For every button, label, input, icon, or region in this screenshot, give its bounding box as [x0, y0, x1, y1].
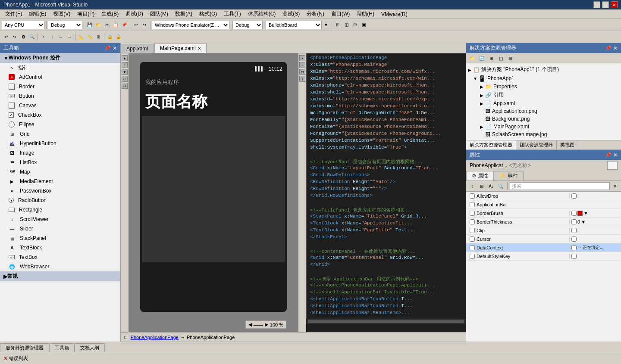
config-select2[interactable]: Debug	[232, 21, 263, 29]
props-tab-events[interactable]: ⚡ 事件	[494, 171, 523, 180]
menu-build[interactable]: 生成(B)	[98, 9, 122, 19]
toolbox-item-button[interactable]: ab Button	[0, 91, 120, 101]
toolbox-item-textbox[interactable]: ab TextBox	[0, 252, 120, 262]
menu-arch[interactable]: 体系结构(C)	[245, 9, 279, 19]
toolbox-item-image[interactable]: 🖼 Image	[0, 148, 120, 158]
tab-mainpage-xaml[interactable]: MainPage.xaml ✕	[154, 44, 207, 53]
toolbar-more1[interactable]: ▼	[322, 21, 330, 29]
toolbar-misc3[interactable]: ⊟	[351, 21, 359, 29]
sol-toolbar-btn1[interactable]: 📁	[468, 54, 477, 62]
toolbox-pin-icon[interactable]: 📌	[104, 45, 111, 51]
toolbox-item-pointer[interactable]: ↖ 指针	[0, 63, 120, 72]
toolbox-item-scrollviewer[interactable]: ↕ ScrollViewer	[0, 215, 120, 224]
borderthickness-dropdown[interactable]: ▼	[581, 219, 586, 224]
sol-toolbar-btn3[interactable]: ⊞	[487, 54, 496, 62]
properties-search-input[interactable]	[510, 182, 610, 190]
redo-button[interactable]: ↪	[140, 21, 149, 29]
props-category-btn[interactable]: ⊞	[477, 182, 486, 190]
prop-row-clip[interactable]: Clip	[466, 226, 621, 235]
properties-node[interactable]: ▶ 📁 Properties	[466, 83, 621, 90]
tab-close-icon[interactable]: ✕	[198, 46, 201, 51]
clip-checkbox[interactable]	[470, 228, 475, 233]
prop-row-applicationbar[interactable]: ApplicationBar	[466, 200, 621, 209]
toolbox-item-listbox[interactable]: ☰ ListBox	[0, 158, 120, 167]
rail-btn-fit[interactable]: ⊡	[122, 83, 128, 89]
toolbar-btn1[interactable]: 💾	[85, 21, 94, 29]
toolbox-item-checkbox[interactable]: ✓ CheckBox	[0, 110, 120, 120]
allowdrop-checkbox[interactable]	[470, 193, 475, 199]
toolbar-misc1[interactable]: ⊞	[333, 21, 342, 29]
toolbar2-btn7[interactable]: ←	[56, 33, 65, 41]
toolbar-misc2[interactable]: ◫	[342, 21, 351, 29]
rail-zoom-in[interactable]: +	[299, 55, 305, 61]
menu-tools[interactable]: 工具(T)	[220, 9, 244, 19]
tab-app-xaml[interactable]: App.xaml	[121, 44, 154, 53]
zoom-out-button[interactable]: ◀	[248, 322, 252, 327]
toolbar2-btn11[interactable]: ⊞	[94, 33, 103, 41]
code-editor[interactable]: <phone:PhoneApplicationPage x:Class="Pho…	[306, 53, 466, 319]
toolbox-category-general[interactable]: ▶ 常规	[0, 271, 120, 281]
menu-edit[interactable]: 编辑(E)	[25, 9, 50, 19]
toolbox-item-textblock[interactable]: A TextBlock	[0, 243, 120, 252]
config-select[interactable]: Debug	[48, 21, 82, 29]
sol-tab-class-view[interactable]: 类视图	[557, 140, 578, 149]
menu-format[interactable]: 格式(O)	[196, 9, 220, 19]
toolbar2-btn6[interactable]: ↓	[48, 33, 56, 41]
toolbar-btn4[interactable]: 📋	[111, 21, 120, 29]
rail-zoom-out[interactable]: -	[299, 62, 305, 68]
borderthickness-checkbox[interactable]	[470, 219, 475, 224]
toolbar-btn3[interactable]: ✂	[103, 21, 111, 29]
borderbrush-checkbox[interactable]	[470, 211, 475, 216]
toolbox-item-grid[interactable]: ⊞ Grid	[0, 129, 120, 139]
toolbar2-btn2[interactable]: ↪	[10, 33, 19, 41]
target-select[interactable]: Windows Phone Emulator(Z ...	[152, 21, 229, 29]
toolbar-btn5[interactable]: 📌	[120, 21, 129, 29]
toolbar2-btn3[interactable]: ⚙	[19, 33, 28, 41]
toolbar2-btn5[interactable]: ↑	[39, 33, 48, 41]
menu-team[interactable]: 团队(M)	[147, 9, 172, 19]
toolbox-item-slider[interactable]: — Slider	[0, 224, 120, 233]
toolbox-item-adcontrol[interactable]: A AdControl	[0, 72, 120, 82]
toolbox-item-passwordbox[interactable]: •• PasswordBox	[0, 186, 120, 196]
props-close-icon[interactable]: ✕	[613, 152, 618, 158]
document-outline-tab[interactable]: 文档大纲	[75, 343, 105, 352]
sol-pin-icon[interactable]: 📌	[605, 45, 612, 51]
prop-row-borderthickness[interactable]: BorderThickness 0 ▼	[466, 218, 621, 226]
props-clear-search[interactable]: ✕	[611, 182, 619, 190]
zoom-scrollbar[interactable]: ——	[254, 322, 263, 327]
prop-row-allowdrop[interactable]: AllowDrop	[466, 192, 621, 200]
toolbox-item-rectangle[interactable]: Rectangle	[0, 205, 120, 215]
toolbox-item-map[interactable]: 🗺 Map	[0, 167, 120, 177]
toolbar-btn2[interactable]: 📂	[94, 21, 103, 29]
applicationbar-checkbox[interactable]	[470, 202, 475, 207]
undo-button[interactable]: ↩	[132, 21, 140, 29]
props-sort-btn[interactable]: ↕	[468, 182, 477, 190]
rail-btn-down[interactable]: ▼	[122, 69, 128, 75]
maximize-button[interactable]: □	[602, 1, 609, 8]
menu-analyze[interactable]: 分析(N)	[303, 9, 328, 19]
cursor-value-checkbox[interactable]	[571, 236, 577, 242]
menu-test[interactable]: 测试(S)	[279, 9, 303, 19]
menu-data[interactable]: 数据(A)	[172, 9, 196, 19]
splashscreen-node[interactable]: ▶ 🖼 SplashScreenImage.jpg	[466, 131, 621, 138]
toolbar2-btn8[interactable]: →	[65, 33, 74, 41]
minimize-button[interactable]: ─	[593, 1, 600, 8]
sol-toolbar-btn4[interactable]: ◫	[496, 54, 505, 62]
toolbar2-btn1[interactable]: ↩	[2, 33, 10, 41]
props-tab-properties[interactable]: ⚙ 属性	[466, 171, 494, 180]
cursor-checkbox[interactable]	[470, 236, 475, 242]
toolbar2-btn9[interactable]: 📐	[77, 33, 85, 41]
sol-toolbar-btn5[interactable]: ⊟	[506, 54, 514, 62]
background-node[interactable]: ▶ 🖼 Background.png	[466, 115, 621, 123]
props-filter-btn[interactable]: 🔍	[496, 182, 505, 190]
prop-row-defaultstylekey[interactable]: DefaultStyleKey	[466, 252, 621, 261]
toolbox-tab[interactable]: 工具箱	[49, 343, 75, 352]
rail-btn-expand[interactable]: □	[122, 76, 128, 82]
toolbox-close-icon[interactable]: ✕	[113, 45, 117, 51]
toolbar2-btn10[interactable]: 📏	[85, 33, 94, 41]
toolbox-item-border[interactable]: Border	[0, 82, 120, 91]
server-explorer-tab[interactable]: 服务器资源管理器	[0, 343, 49, 352]
borderbrush-value-checkbox[interactable]	[571, 211, 577, 216]
props-pin-icon[interactable]: 📌	[605, 152, 612, 158]
borderthickness-value-checkbox[interactable]	[571, 219, 577, 224]
